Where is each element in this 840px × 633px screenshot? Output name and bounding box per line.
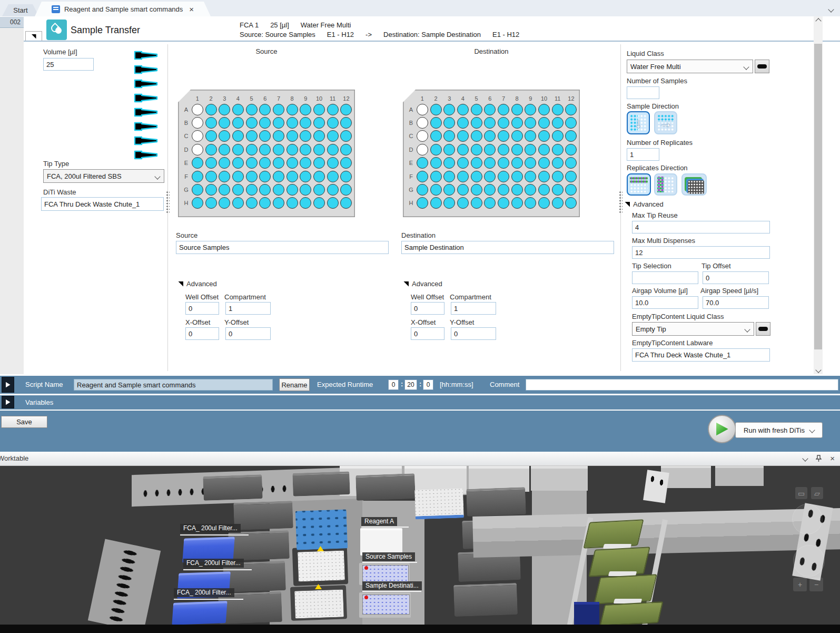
well-G12[interactable]: [565, 184, 577, 196]
well-A7[interactable]: [273, 104, 284, 115]
well-C5[interactable]: [246, 130, 258, 142]
well-G2[interactable]: [430, 184, 442, 196]
well-D10[interactable]: [538, 144, 550, 155]
well-A7[interactable]: [498, 104, 509, 115]
well-C8[interactable]: [286, 130, 298, 142]
well-G5[interactable]: [471, 184, 482, 196]
well-B7[interactable]: [273, 117, 284, 129]
well-G12[interactable]: [340, 184, 352, 196]
well-H9[interactable]: [525, 197, 536, 209]
airgap-speed-input[interactable]: [703, 296, 769, 309]
well-A11[interactable]: [552, 104, 564, 115]
well-G1[interactable]: [192, 184, 203, 196]
well-D9[interactable]: [300, 144, 311, 155]
well-E12[interactable]: [340, 157, 352, 169]
well-F11[interactable]: [552, 171, 564, 182]
well-E8[interactable]: [511, 157, 523, 169]
well-A2[interactable]: [205, 104, 217, 115]
well-G3[interactable]: [219, 184, 230, 196]
well-E2[interactable]: [205, 157, 217, 169]
well-G6[interactable]: [259, 184, 271, 196]
well-D1[interactable]: [417, 144, 428, 155]
well-B1[interactable]: [417, 117, 428, 129]
well-F11[interactable]: [327, 171, 339, 182]
well-F4[interactable]: [457, 171, 469, 182]
runtime-hours-input[interactable]: [388, 379, 399, 390]
worktable-close-icon[interactable]: ×: [830, 455, 835, 462]
well-D11[interactable]: [552, 144, 564, 155]
well-F2[interactable]: [430, 171, 442, 182]
well-A4[interactable]: [232, 104, 244, 115]
well-G3[interactable]: [443, 184, 455, 196]
script-bar-expand-button[interactable]: [2, 377, 14, 393]
well-B6[interactable]: [259, 117, 271, 129]
worktable-3d-view[interactable]: FCA_ 200ul Filter... FCA_ 200ul Filter..…: [0, 466, 840, 625]
well-E10[interactable]: [313, 157, 325, 169]
well-B8[interactable]: [511, 117, 523, 129]
well-G5[interactable]: [246, 184, 258, 196]
tip-type-dropdown[interactable]: FCA, 200ul Filtered SBS: [43, 169, 164, 183]
well-F10[interactable]: [313, 171, 325, 182]
well-A11[interactable]: [327, 104, 339, 115]
well-F1[interactable]: [192, 171, 203, 182]
well-C3[interactable]: [219, 130, 230, 142]
orbit-control[interactable]: [793, 545, 825, 577]
well-F6[interactable]: [259, 171, 271, 182]
well-H5[interactable]: [246, 197, 258, 209]
well-B6[interactable]: [484, 117, 496, 129]
well-G4[interactable]: [457, 184, 469, 196]
max-tip-reuse-input[interactable]: [632, 221, 770, 233]
well-C8[interactable]: [511, 130, 523, 142]
well-E3[interactable]: [219, 157, 230, 169]
well-D5[interactable]: [471, 144, 482, 155]
well-D3[interactable]: [219, 144, 230, 155]
close-tab-icon[interactable]: ×: [189, 5, 194, 14]
well-H10[interactable]: [313, 197, 325, 209]
well-E5[interactable]: [471, 157, 482, 169]
well-D9[interactable]: [525, 144, 536, 155]
left-splitter-handle[interactable]: [166, 191, 170, 213]
liquid-class-editor-button[interactable]: [755, 60, 769, 73]
well-B7[interactable]: [498, 117, 509, 129]
well-A6[interactable]: [259, 104, 271, 115]
well-E2[interactable]: [430, 157, 442, 169]
well-A8[interactable]: [511, 104, 523, 115]
well-H3[interactable]: [443, 197, 455, 209]
liquid-class-dropdown[interactable]: Water Free Multi: [627, 60, 753, 73]
well-C10[interactable]: [313, 130, 325, 142]
well-B1[interactable]: [192, 117, 203, 129]
tab-start[interactable]: Start: [2, 4, 39, 16]
well-E10[interactable]: [538, 157, 550, 169]
well-C1[interactable]: [192, 130, 203, 142]
well-H12[interactable]: [340, 197, 352, 209]
well-E9[interactable]: [525, 157, 536, 169]
well-C7[interactable]: [273, 130, 284, 142]
well-H5[interactable]: [471, 197, 482, 209]
well-B5[interactable]: [471, 117, 482, 129]
well-A3[interactable]: [219, 104, 230, 115]
command-collapse-toggle[interactable]: [25, 31, 42, 42]
well-A10[interactable]: [538, 104, 550, 115]
well-A5[interactable]: [471, 104, 482, 115]
well-H1[interactable]: [417, 197, 428, 209]
runtime-seconds-input[interactable]: [423, 379, 433, 390]
well-B3[interactable]: [443, 117, 455, 129]
well-H4[interactable]: [457, 197, 469, 209]
well-C11[interactable]: [552, 130, 564, 142]
well-F3[interactable]: [219, 171, 230, 182]
well-G10[interactable]: [538, 184, 550, 196]
number-of-replicates-input[interactable]: [627, 148, 659, 161]
sample-direction-vertical-button[interactable]: ↓: [627, 111, 650, 134]
well-A5[interactable]: [246, 104, 258, 115]
destination-compartment-input[interactable]: [451, 302, 496, 315]
save-button[interactable]: Save: [1, 416, 47, 428]
replicates-direction-horizontal-button[interactable]: [627, 173, 651, 196]
well-G7[interactable]: [498, 184, 509, 196]
well-C1[interactable]: [417, 130, 428, 142]
well-B10[interactable]: [313, 117, 325, 129]
well-C10[interactable]: [538, 130, 550, 142]
well-H8[interactable]: [286, 197, 298, 209]
well-A2[interactable]: [430, 104, 442, 115]
well-C4[interactable]: [232, 130, 244, 142]
well-B8[interactable]: [286, 117, 298, 129]
